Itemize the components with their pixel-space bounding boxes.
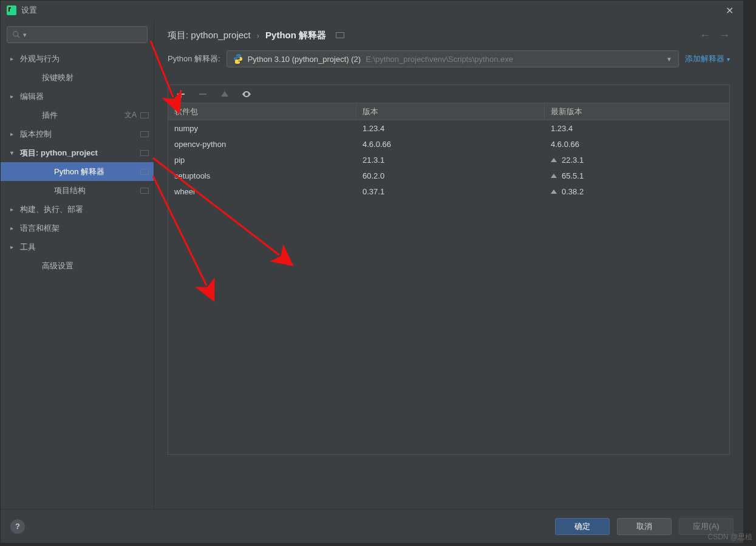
main-panel: 项目: python_project › Python 解释器 ← → Pyth… <box>154 20 743 509</box>
sidebar-item-label: 高级设置 <box>42 261 73 271</box>
titlebar: 设置 ✕ <box>1 1 743 20</box>
package-name: setuptools <box>168 171 356 180</box>
sidebar-item[interactable]: 项目结构 <box>1 181 154 200</box>
search-input[interactable]: ▾ <box>7 26 148 43</box>
interpreter-label: Python 解释器: <box>168 53 220 64</box>
package-latest: 65.5.1 <box>545 171 729 180</box>
dialog-footer: ? 确定 取消 应用(A) <box>1 509 743 543</box>
nav-forward-icon[interactable]: → <box>719 29 730 42</box>
sidebar-item[interactable]: Python 解释器 <box>1 162 154 181</box>
chevron-right-icon: ▸ <box>7 131 16 137</box>
interpreter-path: E:\python_project\venv\Scripts\python.ex… <box>366 55 513 64</box>
package-table: 软件包 版本 最新版本 numpy1.23.41.23.4opencv-pyth… <box>168 103 730 455</box>
sidebar: ▾ ▸外观与行为按键映射▸编辑器插件文A▸版本控制▾项目: python_pro… <box>1 20 154 509</box>
search-dropdown-icon: ▾ <box>23 31 27 39</box>
upgrade-package-button[interactable] <box>219 89 230 100</box>
ok-button[interactable]: 确定 <box>555 518 610 535</box>
sidebar-item-label: 项目结构 <box>54 185 86 196</box>
remove-package-button[interactable] <box>197 89 208 100</box>
sidebar-item[interactable]: ▸构建、执行、部署 <box>1 200 154 219</box>
triangle-up-icon <box>220 89 230 99</box>
package-row[interactable]: numpy1.23.41.23.4 <box>168 120 729 136</box>
window-title: 设置 <box>21 5 37 16</box>
sidebar-item-label: 项目: python_project <box>20 148 98 159</box>
package-row[interactable]: wheel0.37.10.38.2 <box>168 183 729 199</box>
breadcrumb: 项目: python_project › Python 解释器 ← → <box>154 20 743 50</box>
package-name: opencv-python <box>168 140 356 149</box>
breadcrumb-page: Python 解释器 <box>265 30 326 41</box>
svg-rect-5 <box>199 94 206 95</box>
package-latest: 22.3.1 <box>545 155 729 165</box>
sidebar-item[interactable]: ▸版本控制 <box>1 125 154 143</box>
translate-icon: 文A <box>124 110 137 120</box>
chevron-down-icon: ▼ <box>666 56 672 63</box>
sidebar-item-label: 编辑器 <box>20 91 44 102</box>
sidebar-item[interactable]: ▸语言和框架 <box>1 219 154 237</box>
svg-line-4 <box>18 36 20 38</box>
chevron-right-icon: ▸ <box>7 225 16 231</box>
package-name: wheel <box>168 187 356 196</box>
scope-icon <box>336 32 344 38</box>
interpreter-dropdown[interactable]: Python 3.10 (python_project) (2) E:\pyth… <box>226 50 679 67</box>
column-header-name[interactable]: 软件包 <box>168 103 356 120</box>
upgrade-available-icon <box>551 158 557 162</box>
scope-icon <box>140 150 149 156</box>
sidebar-item-label: 插件 <box>42 110 58 121</box>
close-icon[interactable]: ✕ <box>722 2 737 19</box>
package-version: 21.3.1 <box>356 155 545 165</box>
sidebar-item[interactable]: 高级设置 <box>1 256 154 275</box>
package-name: numpy <box>168 124 356 133</box>
eye-icon <box>242 89 251 99</box>
package-row[interactable]: opencv-python4.6.0.664.6.0.66 <box>168 136 729 152</box>
upgrade-available-icon <box>551 174 557 178</box>
sidebar-item[interactable]: 按键映射 <box>1 68 154 87</box>
nav-back-icon[interactable]: ← <box>700 29 710 42</box>
apply-button[interactable]: 应用(A) <box>679 518 734 535</box>
sidebar-item-label: 构建、执行、部署 <box>20 204 83 215</box>
chevron-right-icon: ▸ <box>7 244 16 250</box>
chevron-down-icon: ▾ <box>727 56 730 63</box>
column-header-version[interactable]: 版本 <box>356 103 545 120</box>
chevron-right-icon: ▸ <box>7 55 16 62</box>
sidebar-item-label: 工具 <box>20 242 36 253</box>
package-version: 0.37.1 <box>356 187 545 196</box>
sidebar-item[interactable]: ▸编辑器 <box>1 87 154 106</box>
breadcrumb-project[interactable]: 项目: python_project <box>168 30 251 41</box>
upgrade-available-icon <box>551 189 557 194</box>
pycharm-icon <box>7 5 16 15</box>
show-early-releases-button[interactable] <box>241 89 252 100</box>
column-header-latest[interactable]: 最新版本 <box>545 103 729 120</box>
package-version: 60.2.0 <box>356 171 545 180</box>
sidebar-item-label: 按键映射 <box>42 72 73 83</box>
sidebar-item[interactable]: ▾项目: python_project <box>1 143 154 162</box>
chevron-down-icon: ▾ <box>7 149 16 156</box>
sidebar-item[interactable]: ▸外观与行为 <box>1 49 154 68</box>
package-row[interactable]: pip21.3.122.3.1 <box>168 152 729 168</box>
svg-rect-0 <box>7 5 16 15</box>
scope-icon <box>140 112 149 118</box>
chevron-right-icon: ▸ <box>7 206 16 213</box>
sidebar-item[interactable]: ▸工具 <box>1 237 154 256</box>
add-interpreter-link[interactable]: 添加解释器 ▾ <box>685 53 730 64</box>
cancel-button[interactable]: 取消 <box>617 518 672 535</box>
scope-icon <box>140 131 149 137</box>
package-version: 4.6.0.66 <box>356 140 545 149</box>
plus-icon <box>176 89 186 99</box>
sidebar-item[interactable]: 插件文A <box>1 106 154 125</box>
minus-icon <box>198 89 208 99</box>
interpreter-name: Python 3.10 (python_project) (2) <box>248 55 361 64</box>
package-version: 1.23.4 <box>356 124 545 133</box>
package-latest: 0.38.2 <box>545 187 729 196</box>
svg-rect-2 <box>9 7 10 12</box>
package-row[interactable]: setuptools60.2.065.5.1 <box>168 168 729 183</box>
add-package-button[interactable] <box>175 89 186 100</box>
help-button[interactable]: ? <box>10 519 25 534</box>
scope-icon <box>140 169 149 175</box>
search-icon <box>12 30 21 39</box>
package-name: pip <box>168 155 356 165</box>
breadcrumb-separator: › <box>257 31 259 40</box>
sidebar-item-label: 版本控制 <box>20 129 52 140</box>
scope-icon <box>140 188 149 194</box>
chevron-right-icon: ▸ <box>7 93 16 100</box>
sidebar-item-label: 外观与行为 <box>20 53 60 64</box>
